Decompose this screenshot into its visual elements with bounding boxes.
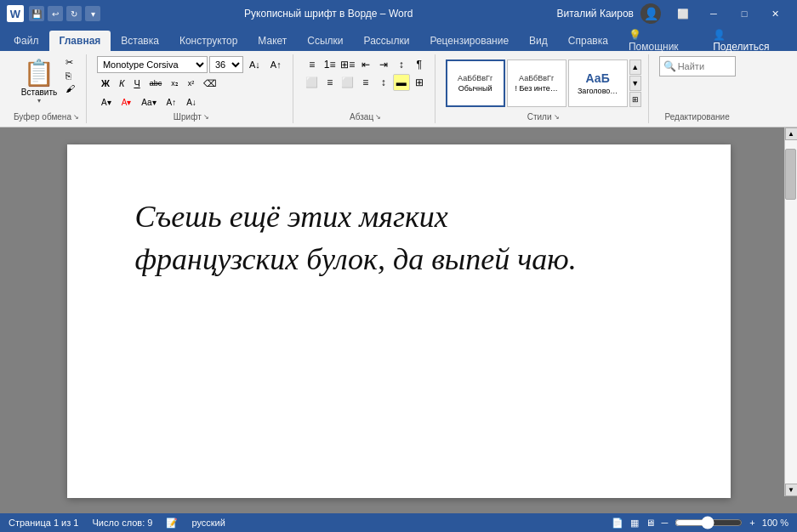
italic-button[interactable]: К xyxy=(115,75,128,92)
styles-expand[interactable]: ⊞ xyxy=(629,92,641,107)
document-text[interactable]: Съешь ещё этих мягких французских булок,… xyxy=(135,195,663,281)
tab-assistant[interactable]: 💡 Помощник xyxy=(618,31,703,51)
font-up-button[interactable]: A↑ xyxy=(162,93,181,110)
maximize-btn[interactable]: □ xyxy=(729,2,760,25)
numbered-list-btn[interactable]: 1≡ xyxy=(322,56,339,73)
cut-button[interactable]: ✂ xyxy=(64,56,77,69)
font-name-select[interactable]: Monotype Corsiva xyxy=(97,56,208,73)
ribbon-toggle-btn[interactable]: ⬜ xyxy=(668,2,698,25)
layout-icon-1[interactable]: 📄 xyxy=(612,518,623,529)
font-size-a-button[interactable]: Aa▾ xyxy=(137,93,160,110)
text-line-2: французских булок, да выпей чаю. xyxy=(135,238,663,280)
styles-label: Стили ↘ xyxy=(527,110,560,122)
font-decrease-btn[interactable]: A↓ xyxy=(245,56,265,73)
paste-label: Вставить xyxy=(21,88,57,97)
search-input[interactable] xyxy=(678,61,729,71)
styles-scroll-down[interactable]: ▼ xyxy=(629,76,641,91)
font-size-select[interactable]: 36 xyxy=(209,56,243,73)
style-normal[interactable]: АаБбВвГг Обычный xyxy=(446,59,505,107)
strikethrough-button[interactable]: abc xyxy=(145,75,167,92)
zoom-out-icon[interactable]: ─ xyxy=(662,518,669,528)
tab-references[interactable]: Ссылки xyxy=(297,31,353,51)
paragraph-label-text: Абзац xyxy=(350,112,373,122)
style-normal-preview: АаБбВвГг xyxy=(458,74,492,82)
search-box[interactable]: 🔍 xyxy=(659,56,736,76)
font-increase-btn[interactable]: A↑ xyxy=(266,56,286,73)
indent-decrease-btn[interactable]: ⇤ xyxy=(357,56,374,73)
align-left-btn[interactable]: ⬜ xyxy=(304,74,321,91)
window-controls[interactable]: ⬜ ─ □ ✕ xyxy=(668,2,790,25)
style-heading1[interactable]: АаБ Заголово… xyxy=(568,59,628,107)
paste-dropdown[interactable]: ▾ xyxy=(37,97,41,105)
styles-label-text: Стили xyxy=(527,112,552,122)
tab-help[interactable]: Справка xyxy=(558,31,618,51)
align-right-btn[interactable]: ⬜ xyxy=(339,74,356,91)
paste-button[interactable]: 📋 Вставить ▾ xyxy=(16,56,62,106)
font-group: Monotype Corsiva 36 A↓ A↑ Ж К Ч abc x₂ x… xyxy=(90,54,293,123)
underline-button[interactable]: Ч xyxy=(129,75,144,92)
tab-design[interactable]: Конструктор xyxy=(169,31,248,51)
style-heading1-preview: АаБ xyxy=(586,71,610,85)
zoom-slider[interactable] xyxy=(675,516,743,529)
clipboard-label: Буфер обмена ↘ xyxy=(14,110,79,122)
font-expand[interactable]: ↘ xyxy=(203,113,209,121)
sort-btn[interactable]: ↕ xyxy=(393,56,410,73)
borders-btn[interactable]: ⊞ xyxy=(411,74,428,91)
scroll-up-btn[interactable]: ▲ xyxy=(785,127,798,140)
save-btn[interactable]: 💾 xyxy=(29,6,44,21)
editing-label-text: Редактирование xyxy=(665,112,730,122)
tab-home[interactable]: Главная xyxy=(49,31,111,51)
subscript-button[interactable]: x₂ xyxy=(167,75,183,92)
styles-expand-btn[interactable]: ↘ xyxy=(554,113,560,121)
tab-insert[interactable]: Вставка xyxy=(111,31,169,51)
tab-view[interactable]: Вид xyxy=(519,31,558,51)
scroll-track[interactable] xyxy=(785,140,798,484)
superscript-button[interactable]: x² xyxy=(184,75,199,92)
bold-button[interactable]: Ж xyxy=(97,75,114,92)
clipboard-content: 📋 Вставить ▾ ✂ ⎘ 🖌 xyxy=(16,56,77,110)
tab-review[interactable]: Рецензирование xyxy=(419,31,519,51)
format-painter-button[interactable]: 🖌 xyxy=(64,82,77,94)
focus-icon[interactable]: 🖥 xyxy=(646,518,655,528)
scroll-thumb[interactable] xyxy=(785,149,796,200)
font-down-button[interactable]: A↓ xyxy=(182,93,201,110)
paragraph-expand[interactable]: ↘ xyxy=(375,113,381,121)
bullet-list-btn[interactable]: ≡ xyxy=(304,56,321,73)
tab-share[interactable]: 👤 Поделиться xyxy=(703,31,794,51)
multilevel-list-btn[interactable]: ⊞≡ xyxy=(339,56,356,73)
paragraph-group: ≡ 1≡ ⊞≡ ⇤ ⇥ ↕ ¶ ⬜ ≡ ⬜ ≡ ↕ ▬ ⊞ Абзац ↘ xyxy=(297,54,436,123)
indent-increase-btn[interactable]: ⇥ xyxy=(375,56,392,73)
undo-btn[interactable]: ↩ xyxy=(48,6,63,21)
styles-group: АаБбВвГг Обычный АаБбВвГг ! Без инте… Аа… xyxy=(439,54,649,123)
font-color-button[interactable]: A▾ xyxy=(117,93,136,110)
justify-btn[interactable]: ≡ xyxy=(357,74,374,91)
style-no-spacing[interactable]: АаБбВвГг ! Без инте… xyxy=(507,59,566,107)
vertical-scrollbar[interactable]: ▲ ▼ xyxy=(784,127,797,496)
clipboard-expand[interactable]: ↘ xyxy=(73,113,79,121)
close-btn[interactable]: ✕ xyxy=(760,2,790,25)
clear-format-button[interactable]: ⌫ xyxy=(199,75,221,92)
document-page[interactable]: Съешь ещё этих мягких французских булок,… xyxy=(67,144,731,498)
paragraph-label: Абзац ↘ xyxy=(350,110,381,122)
minimize-btn[interactable]: ─ xyxy=(698,2,729,25)
align-center-btn[interactable]: ≡ xyxy=(322,74,339,91)
shading-btn[interactable]: ▬ xyxy=(393,74,410,91)
tab-layout[interactable]: Макет xyxy=(248,31,297,51)
line-spacing-btn[interactable]: ↕ xyxy=(375,74,392,91)
tab-file[interactable]: Файл xyxy=(3,31,49,51)
quick-access-toolbar[interactable]: 💾 ↩ ↻ ▾ xyxy=(29,6,100,21)
more-btn[interactable]: ▾ xyxy=(85,6,100,21)
user-avatar[interactable]: 👤 xyxy=(640,3,661,24)
document-content[interactable]: Съешь ещё этих мягких французских булок,… xyxy=(0,127,797,515)
show-marks-btn[interactable]: ¶ xyxy=(411,56,428,73)
layout-icon-2[interactable]: ▦ xyxy=(630,518,639,529)
title-bar: W 💾 ↩ ↻ ▾ Рукописный шрифт в Ворде – Wor… xyxy=(0,0,797,27)
tab-mailings[interactable]: Рассылки xyxy=(354,31,420,51)
scroll-down-btn[interactable]: ▼ xyxy=(785,484,798,496)
styles-scroll-controls[interactable]: ▲ ▼ ⊞ xyxy=(629,59,641,107)
styles-scroll-up[interactable]: ▲ xyxy=(629,59,641,75)
copy-button[interactable]: ⎘ xyxy=(64,70,77,82)
redo-btn[interactable]: ↻ xyxy=(66,6,82,21)
highlight-button[interactable]: A▾ xyxy=(97,93,116,110)
zoom-in-icon[interactable]: + xyxy=(749,518,754,528)
